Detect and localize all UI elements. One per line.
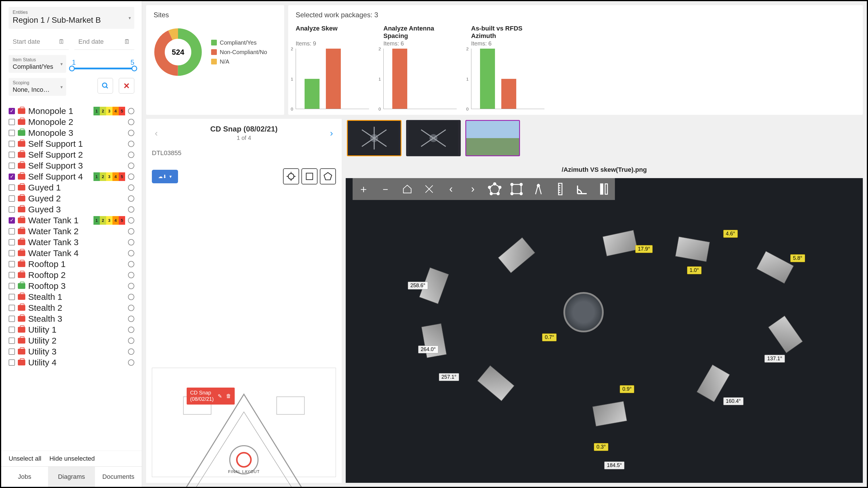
tab-jobs[interactable]: Jobs [1, 467, 48, 487]
site-checkbox[interactable] [9, 141, 15, 147]
site-row[interactable]: Monopole 1 12345 [9, 105, 134, 117]
scale-tool[interactable] [597, 182, 611, 196]
site-row[interactable]: Water Tank 1 12345 [9, 215, 134, 226]
end-date-input[interactable]: End date 🗓 [74, 34, 134, 50]
site-checkbox[interactable] [9, 283, 15, 289]
3d-viewer[interactable]: ＋ － ‹ › [346, 178, 863, 483]
subtract-tool[interactable]: － [378, 182, 392, 196]
site-row[interactable]: Water Tank 3 [9, 237, 134, 248]
site-checkbox[interactable] [9, 162, 15, 169]
site-checkbox[interactable] [9, 130, 15, 136]
site-checkbox[interactable] [9, 316, 15, 322]
status-radio[interactable] [128, 294, 134, 300]
status-radio[interactable] [128, 141, 134, 147]
status-radio[interactable] [128, 359, 134, 366]
status-radio[interactable] [128, 152, 134, 158]
measurement-annotation[interactable]: 1.0° [687, 267, 702, 274]
site-row[interactable]: Utility 1 [9, 324, 134, 335]
site-row[interactable]: Self Support 3 [9, 160, 134, 171]
unselect-all-link[interactable]: Unselect all [9, 455, 41, 462]
pager-next[interactable]: › [327, 127, 336, 140]
site-checkbox[interactable] [9, 184, 15, 191]
status-radio[interactable] [128, 174, 134, 180]
site-row[interactable]: Rooftop 2 [9, 270, 134, 280]
status-radio[interactable] [128, 239, 134, 245]
site-checkbox[interactable] [9, 337, 15, 344]
prev-tool[interactable]: ‹ [444, 182, 458, 196]
thumbnail-2[interactable] [406, 120, 461, 156]
status-radio[interactable] [128, 283, 134, 289]
site-row[interactable]: Guyed 1 [9, 182, 134, 193]
ruler-tool[interactable] [553, 182, 567, 196]
status-radio[interactable] [128, 195, 134, 202]
site-checkbox[interactable] [9, 119, 15, 125]
next-tool[interactable]: › [466, 182, 480, 196]
expand-tool[interactable] [422, 182, 436, 196]
status-radio[interactable] [128, 108, 134, 114]
site-row[interactable]: Utility 4 [9, 357, 134, 368]
site-checkbox[interactable] [9, 217, 15, 223]
site-checkbox[interactable] [9, 174, 15, 180]
status-radio[interactable] [128, 184, 134, 191]
measurement-annotation[interactable]: 4.6° [723, 230, 738, 238]
site-row[interactable]: Monopole 2 [9, 117, 134, 127]
site-row[interactable]: Guyed 2 [9, 193, 134, 204]
search-button[interactable] [97, 78, 113, 93]
status-radio[interactable] [128, 337, 134, 344]
thumbnail-1[interactable] [347, 120, 402, 156]
measurement-annotation[interactable]: 264.0° [418, 345, 438, 353]
site-row[interactable]: Monopole 3 [9, 127, 134, 139]
pager-prev[interactable]: ‹ [152, 127, 161, 140]
slider-handle-min[interactable] [69, 66, 75, 71]
home-tool[interactable] [400, 182, 414, 196]
site-row[interactable]: Self Support 4 12345 [9, 171, 134, 182]
site-checkbox[interactable] [9, 195, 15, 202]
slider-handle-max[interactable] [131, 66, 137, 71]
status-radio[interactable] [128, 217, 134, 223]
entities-select[interactable]: Entities Region 1 / Sub-Market B ▾ [9, 7, 134, 29]
site-checkbox[interactable] [9, 108, 15, 114]
site-row[interactable]: Self Support 1 [9, 139, 134, 149]
site-row[interactable]: Rooftop 1 [9, 259, 134, 270]
site-row[interactable]: Stealth 2 [9, 302, 134, 313]
measurement-annotation[interactable]: 0.9° [620, 385, 634, 393]
hide-unselected-link[interactable]: Hide unselected [50, 455, 95, 462]
site-checkbox[interactable] [9, 206, 15, 213]
clear-button[interactable] [119, 78, 134, 93]
status-radio[interactable] [128, 272, 134, 278]
status-radio[interactable] [128, 130, 134, 136]
status-radio[interactable] [128, 228, 134, 235]
measurement-annotation[interactable]: 160.4° [723, 397, 743, 405]
status-radio[interactable] [128, 316, 134, 322]
polygon-tool[interactable] [320, 168, 336, 184]
site-row[interactable]: Water Tank 2 [9, 226, 134, 237]
site-row[interactable]: Rooftop 3 [9, 280, 134, 292]
delete-icon[interactable]: 🗑 [226, 393, 231, 399]
site-row[interactable]: Stealth 1 [9, 292, 134, 302]
measurement-annotation[interactable]: 0.3° [594, 443, 608, 451]
measurement-annotation[interactable]: 17.9° [635, 245, 653, 253]
diagram-annotation-tag[interactable]: CD Snap (08/02/21) ✎ 🗑 [187, 388, 235, 404]
rating-slider[interactable]: 1 5 [72, 58, 134, 69]
site-checkbox[interactable] [9, 348, 15, 355]
site-checkbox[interactable] [9, 152, 15, 158]
polygon-viewer-tool[interactable] [488, 182, 502, 196]
site-checkbox[interactable] [9, 261, 15, 267]
site-checkbox[interactable] [9, 359, 15, 366]
rectangle-tool[interactable] [302, 168, 317, 184]
site-checkbox[interactable] [9, 239, 15, 245]
measurement-annotation[interactable]: 5.8° [790, 254, 805, 262]
site-checkbox[interactable] [9, 228, 15, 235]
edit-icon[interactable]: ✎ [218, 393, 222, 399]
status-radio[interactable] [128, 327, 134, 333]
measurement-annotation[interactable]: 258.6° [408, 282, 428, 289]
add-tool[interactable]: ＋ [356, 182, 370, 196]
site-list[interactable]: Monopole 1 12345 Monopole 2 Monopole 3 S… [1, 104, 142, 451]
site-row[interactable]: Utility 2 [9, 335, 134, 346]
status-radio[interactable] [128, 305, 134, 311]
measurement-annotation[interactable]: 184.5° [604, 461, 624, 469]
compass-tool[interactable] [531, 182, 545, 196]
site-row[interactable]: Utility 3 [9, 346, 134, 357]
status-radio[interactable] [128, 250, 134, 256]
rect-viewer-tool[interactable] [509, 182, 523, 196]
